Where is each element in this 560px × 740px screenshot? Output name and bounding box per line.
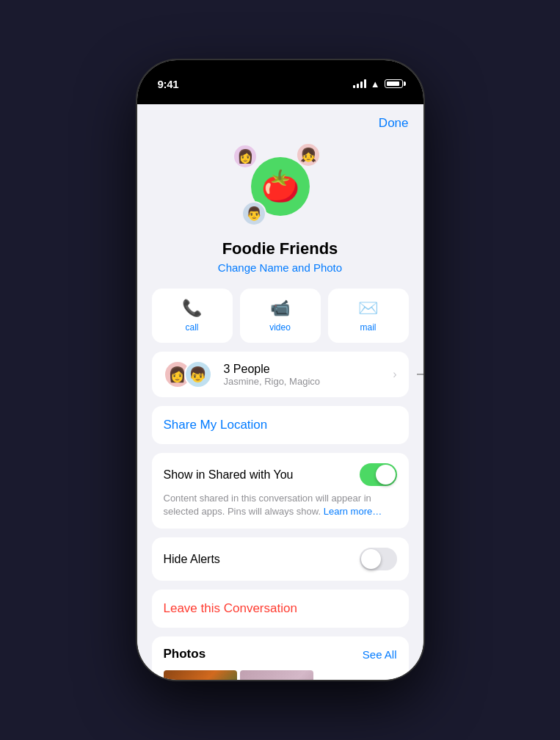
- people-count: 3 People: [224, 363, 393, 376]
- people-section-wrapper: 👩 👦 3 People Jasmine, Rigo, Magico › Leg…: [137, 352, 423, 397]
- annotation-line: [417, 374, 423, 375]
- people-card[interactable]: 👩 👦 3 People Jasmine, Rigo, Magico ›: [152, 352, 409, 397]
- phone-screen: 9:41 ▲ Done: [137, 60, 423, 680]
- battery-icon: [385, 79, 403, 88]
- chevron-right-icon: ›: [393, 368, 396, 381]
- phone-frame: 9:41 ▲ Done: [137, 60, 423, 680]
- people-row: 👩 👦 3 People Jasmine, Rigo, Magico ›: [152, 352, 409, 397]
- photos-section: Photos See All 🧑: [152, 636, 409, 680]
- mini-avatar-1: 👩: [233, 144, 258, 169]
- call-icon: 📞: [182, 299, 202, 318]
- person-avatar-2: 👦: [184, 360, 212, 388]
- video-button[interactable]: 📹 video: [240, 289, 321, 343]
- video-icon: 📹: [270, 299, 290, 318]
- people-names: Jasmine, Rigo, Magico: [224, 376, 393, 387]
- photos-grid: 🧑: [164, 670, 397, 680]
- show-shared-section: Show in Shared with You Content shared i…: [152, 453, 409, 529]
- call-label: call: [185, 322, 198, 333]
- group-name: Foodie Friends: [222, 239, 338, 258]
- share-location-card[interactable]: Share My Location: [152, 406, 409, 444]
- mail-icon: ✉️: [358, 299, 378, 318]
- leave-conversation-text[interactable]: Leave this Conversation: [164, 601, 297, 615]
- show-shared-row: Show in Shared with You: [164, 463, 397, 486]
- show-shared-toggle[interactable]: [360, 463, 397, 486]
- mini-avatar-3: 👨: [241, 201, 266, 226]
- call-button[interactable]: 📞 call: [152, 289, 233, 343]
- battery-fill: [387, 81, 399, 86]
- annotation-arrow: Legg til eller fjern personer.: [417, 360, 423, 388]
- show-shared-label: Show in Shared with You: [164, 468, 294, 482]
- done-button[interactable]: Done: [379, 116, 409, 131]
- mail-label: mail: [360, 322, 376, 333]
- leave-conversation-card[interactable]: Leave this Conversation: [152, 590, 409, 628]
- people-info: 3 People Jasmine, Rigo, Magico: [224, 363, 393, 387]
- screen-content[interactable]: Done 👩 👧 🍅 👨: [137, 104, 423, 680]
- learn-more-link[interactable]: Learn more…: [324, 506, 382, 517]
- signal-bars-icon: [353, 79, 366, 88]
- change-name-photo-link[interactable]: Change Name and Photo: [218, 261, 342, 274]
- group-avatars: 👩 👧 🍅 👨: [233, 142, 328, 231]
- show-shared-description: Content shared in this conversation will…: [164, 492, 397, 518]
- see-all-link[interactable]: See All: [363, 648, 397, 661]
- signal-bar-4: [364, 79, 366, 88]
- header: Done: [137, 104, 423, 139]
- wifi-icon: ▲: [371, 79, 380, 90]
- photos-header: Photos See All: [164, 647, 397, 661]
- people-avatars-small: 👩 👦: [164, 360, 205, 388]
- video-label: video: [269, 322, 291, 333]
- mail-button[interactable]: ✉️ mail: [328, 289, 409, 343]
- photo-thumb-2: 🧑: [240, 670, 313, 680]
- can-emoji-icon: 🍅: [261, 171, 299, 202]
- share-location-text[interactable]: Share My Location: [164, 418, 268, 432]
- mini-avatar-2-emoji: 👧: [300, 147, 316, 163]
- mini-avatar-3-emoji: 👨: [246, 206, 262, 222]
- status-time: 9:41: [158, 78, 179, 90]
- hide-alerts-thumb: [361, 549, 381, 569]
- status-bar: 9:41 ▲: [137, 60, 423, 97]
- photo-thumb-1: [164, 670, 237, 680]
- action-buttons-row: 📞 call 📹 video ✉️ mail: [137, 289, 423, 352]
- status-icons: ▲: [353, 79, 403, 90]
- signal-bar-2: [357, 84, 359, 88]
- mini-avatar-1-emoji: 👩: [237, 148, 253, 164]
- hide-alerts-toggle[interactable]: [360, 548, 397, 570]
- notch-area: [137, 97, 423, 104]
- group-section: 👩 👧 🍅 👨 Foodie Friends Change Name and P…: [137, 139, 423, 289]
- hide-alerts-label: Hide Alerts: [164, 553, 220, 566]
- signal-bar-1: [353, 85, 355, 88]
- hide-alerts-card: Hide Alerts: [152, 537, 409, 581]
- signal-bar-3: [360, 81, 363, 88]
- photos-title: Photos: [164, 647, 206, 661]
- toggle-thumb: [376, 465, 396, 485]
